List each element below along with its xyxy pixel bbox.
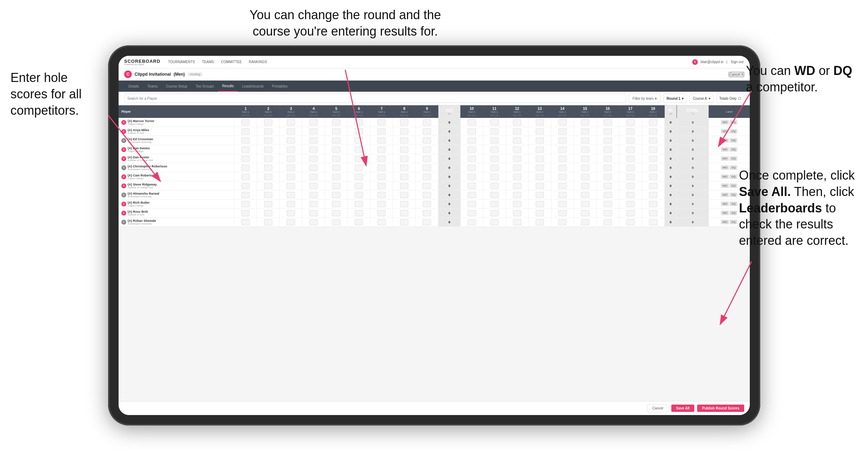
score-cell-h8[interactable]: [393, 163, 416, 172]
score-cell-h9[interactable]: [416, 181, 438, 190]
score-cell-h1[interactable]: [234, 163, 257, 172]
score-cell-h6[interactable]: [348, 190, 370, 199]
score-cell-h12[interactable]: [506, 199, 528, 209]
score-cell-h11[interactable]: [483, 181, 506, 190]
score-cell-h14[interactable]: [551, 199, 574, 209]
score-cell-h15[interactable]: [574, 190, 596, 199]
score-cell-h2[interactable]: [257, 172, 280, 181]
score-cell-h6[interactable]: [348, 199, 370, 209]
score-cell-h14[interactable]: [551, 172, 574, 181]
score-cell-h6[interactable]: [348, 218, 370, 227]
score-cell-h4[interactable]: [302, 145, 325, 154]
score-cell-h6[interactable]: [348, 154, 370, 163]
score-cell-h1[interactable]: [234, 181, 257, 190]
score-cell-h8[interactable]: [393, 181, 416, 190]
score-cell-h3[interactable]: [280, 154, 302, 163]
score-cell-h13[interactable]: [528, 190, 551, 199]
tab-leaderboards[interactable]: Leaderboards: [238, 81, 268, 92]
dq-button[interactable]: DQ: [730, 147, 737, 152]
score-cell-h15[interactable]: [574, 172, 596, 181]
wd-button[interactable]: WD: [721, 183, 729, 188]
score-cell-h7[interactable]: [370, 163, 393, 172]
score-cell-h6[interactable]: [348, 163, 370, 172]
score-cell-h6[interactable]: [348, 118, 370, 127]
wd-button[interactable]: WD: [721, 120, 729, 125]
score-cell-h8[interactable]: [393, 209, 416, 218]
score-cell-h12[interactable]: [506, 190, 528, 199]
score-cell-h9[interactable]: [416, 145, 438, 154]
dq-button[interactable]: DQ: [730, 220, 737, 224]
tab-details[interactable]: Details: [124, 81, 143, 92]
score-cell-h16[interactable]: [596, 127, 619, 136]
wd-button[interactable]: WD: [721, 211, 729, 215]
score-cell-h16[interactable]: [596, 199, 619, 209]
score-cell-h17[interactable]: [619, 190, 642, 199]
score-cell-h14[interactable]: [551, 209, 574, 218]
score-cell-h5[interactable]: [325, 154, 348, 163]
score-cell-h3[interactable]: [280, 181, 302, 190]
score-cell-h6[interactable]: [348, 145, 370, 154]
wd-button[interactable]: WD: [721, 193, 729, 197]
score-cell-h5[interactable]: [325, 127, 348, 136]
score-cell-h8[interactable]: [393, 154, 416, 163]
wd-button[interactable]: WD: [721, 174, 729, 179]
score-cell-h18[interactable]: [642, 190, 664, 199]
score-cell-h9[interactable]: [416, 136, 438, 145]
score-cell-h10[interactable]: [460, 154, 483, 163]
score-cell-h18[interactable]: [642, 118, 664, 127]
cancel-footer-button[interactable]: Cancel: [647, 404, 669, 412]
score-cell-h8[interactable]: [393, 118, 416, 127]
score-cell-h16[interactable]: [596, 190, 619, 199]
score-cell-h7[interactable]: [370, 172, 393, 181]
score-cell-h18[interactable]: [642, 172, 664, 181]
wd-button[interactable]: WD: [721, 129, 729, 134]
score-cell-h5[interactable]: [325, 190, 348, 199]
score-cell-h10[interactable]: [460, 163, 483, 172]
score-cell-h7[interactable]: [370, 154, 393, 163]
tab-course-setup[interactable]: Course Setup: [162, 81, 191, 92]
score-cell-h17[interactable]: [619, 199, 642, 209]
score-cell-h17[interactable]: [619, 163, 642, 172]
score-cell-h4[interactable]: [302, 218, 325, 227]
save-all-button[interactable]: Save All: [671, 405, 695, 412]
score-cell-h1[interactable]: [234, 199, 257, 209]
score-cell-h12[interactable]: [506, 172, 528, 181]
score-cell-h2[interactable]: [257, 136, 280, 145]
score-cell-h8[interactable]: [393, 136, 416, 145]
score-cell-h12[interactable]: [506, 145, 528, 154]
score-cell-h4[interactable]: [302, 136, 325, 145]
score-cell-h11[interactable]: [483, 209, 506, 218]
score-cell-h15[interactable]: [574, 154, 596, 163]
cancel-button[interactable]: Cancel X: [729, 72, 744, 77]
score-cell-h7[interactable]: [370, 218, 393, 227]
score-cell-h6[interactable]: [348, 136, 370, 145]
score-cell-h5[interactable]: [325, 209, 348, 218]
score-cell-h17[interactable]: [619, 145, 642, 154]
score-cell-h7[interactable]: [370, 209, 393, 218]
score-cell-h14[interactable]: [551, 154, 574, 163]
score-cell-h5[interactable]: [325, 136, 348, 145]
score-cell-h1[interactable]: [234, 209, 257, 218]
score-cell-h3[interactable]: [280, 190, 302, 199]
score-cell-h6[interactable]: [348, 209, 370, 218]
score-cell-h11[interactable]: [483, 136, 506, 145]
score-cell-h14[interactable]: [551, 136, 574, 145]
score-cell-h18[interactable]: [642, 136, 664, 145]
score-cell-h14[interactable]: [551, 181, 574, 190]
score-cell-h18[interactable]: [642, 154, 664, 163]
score-cell-h2[interactable]: [257, 127, 280, 136]
score-cell-h12[interactable]: [506, 127, 528, 136]
tab-tee-groups[interactable]: Tee Groups: [191, 81, 218, 92]
score-cell-h2[interactable]: [257, 199, 280, 209]
wd-button[interactable]: WD: [721, 220, 729, 224]
score-cell-h4[interactable]: [302, 154, 325, 163]
score-cell-h17[interactable]: [619, 172, 642, 181]
score-cell-h9[interactable]: [416, 172, 438, 181]
wd-button[interactable]: WD: [721, 156, 729, 161]
score-cell-h10[interactable]: [460, 127, 483, 136]
wd-button[interactable]: WD: [721, 138, 729, 143]
score-cell-h1[interactable]: [234, 145, 257, 154]
round-selector[interactable]: Round 1 ▾: [663, 94, 687, 103]
score-cell-h9[interactable]: [416, 163, 438, 172]
dq-button[interactable]: DQ: [730, 165, 737, 170]
